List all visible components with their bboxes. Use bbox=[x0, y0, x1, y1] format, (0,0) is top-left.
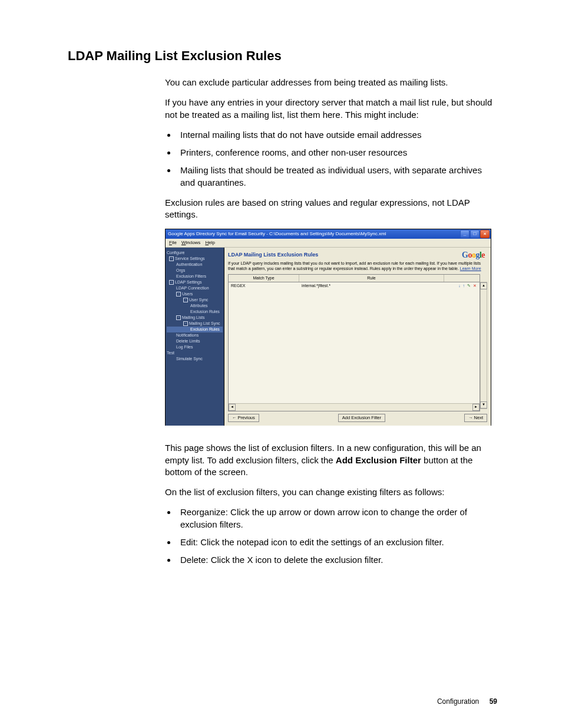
panel-title: LDAP Mailing Lists Exclusion Rules bbox=[228, 251, 487, 258]
paragraph: Exclusion rules are based on string valu… bbox=[165, 197, 497, 221]
tree-attributes[interactable]: Attributes bbox=[167, 303, 223, 309]
nav-tree[interactable]: Configure -Service Settings Authenticati… bbox=[166, 248, 224, 426]
bullet-list: Internal mailing lists that do not have … bbox=[177, 129, 497, 189]
menu-help[interactable]: Help bbox=[205, 240, 214, 246]
minimize-icon[interactable]: _ bbox=[460, 230, 470, 238]
list-item: Printers, conference rooms, and other no… bbox=[177, 147, 497, 159]
tree-ldap-connection[interactable]: LDAP Connection bbox=[167, 285, 223, 291]
paragraph: On the list of exclusion filters, you ca… bbox=[165, 486, 497, 498]
next-button[interactable]: → Next bbox=[464, 414, 487, 422]
table-row[interactable]: REGEX internal.*|fitest.* ↓ ↑ ✎ ✕ bbox=[229, 282, 480, 289]
vertical-scrollbar[interactable]: ▲ ▼ bbox=[480, 282, 487, 409]
panel-description: If your LDAP query includes mailing list… bbox=[228, 261, 487, 271]
filters-table: Match Type Rule REGEX internal.*|fitest.… bbox=[228, 274, 480, 411]
menu-file[interactable]: File bbox=[169, 240, 177, 246]
tree-exclusion-filters[interactable]: Exclusion Filters bbox=[167, 274, 223, 279]
panel-footer: ← Previous Add Exclusion Filter → Next bbox=[228, 411, 487, 422]
move-up-icon[interactable]: ↑ bbox=[463, 284, 466, 288]
scroll-right-icon[interactable]: ► bbox=[472, 404, 480, 411]
tree-test[interactable]: Test bbox=[167, 350, 223, 356]
list-item: Delete: Click the X icon to delete the e… bbox=[177, 554, 497, 566]
tree-simulate-sync[interactable]: Simulate Sync bbox=[167, 356, 223, 362]
edit-icon[interactable]: ✎ bbox=[467, 284, 471, 288]
paragraph: This page shows the list of exclusion fi… bbox=[165, 442, 497, 478]
tree-notifications[interactable]: Notifications bbox=[167, 332, 223, 338]
cell-match-type: REGEX bbox=[229, 282, 299, 289]
tree-ldap-settings[interactable]: -LDAP Settings bbox=[167, 279, 223, 285]
menu-windows[interactable]: Windows bbox=[181, 240, 200, 246]
tree-log-files[interactable]: Log Files bbox=[167, 344, 223, 350]
list-item: Mailing lists that should be treated as … bbox=[177, 164, 497, 189]
cell-rule: internal.*|fitest.* bbox=[299, 282, 444, 289]
paragraph: You can exclude particular addresses fro… bbox=[165, 77, 497, 88]
tree-exclusion-rules-users[interactable]: Exclusion Rules bbox=[167, 309, 223, 315]
move-down-icon[interactable]: ↓ bbox=[458, 284, 461, 288]
paragraph: If you have any entries in your director… bbox=[165, 97, 497, 121]
delete-icon[interactable]: ✕ bbox=[473, 284, 477, 288]
tree-authentication[interactable]: Authentication bbox=[167, 262, 223, 268]
bullet-list: Reorganize: Click the up arrow or down a… bbox=[177, 506, 497, 566]
col-rule[interactable]: Rule bbox=[299, 275, 444, 281]
tree-orgs[interactable]: Orgs bbox=[167, 268, 223, 274]
horizontal-scrollbar[interactable]: ◄ ► bbox=[229, 403, 480, 411]
tree-user-sync[interactable]: -User Sync bbox=[167, 297, 223, 303]
scroll-left-icon[interactable]: ◄ bbox=[229, 404, 236, 411]
scroll-down-icon[interactable]: ▼ bbox=[480, 401, 487, 409]
learn-more-link[interactable]: Learn More bbox=[460, 266, 481, 271]
menu-bar: File Windows Help bbox=[166, 239, 491, 248]
add-exclusion-filter-button[interactable]: Add Exclusion Filter bbox=[338, 414, 385, 422]
tree-mailing-lists[interactable]: -Mailing Lists bbox=[167, 315, 223, 321]
window-title: Google Apps Directory Sync for Email Sec… bbox=[168, 231, 459, 238]
tree-exclusion-rules-mailing[interactable]: Exclusion Rules bbox=[167, 327, 223, 332]
col-match-type[interactable]: Match Type bbox=[229, 275, 299, 281]
table-header: Match Type Rule bbox=[229, 275, 480, 282]
window-titlebar: Google Apps Directory Sync for Email Sec… bbox=[166, 229, 491, 239]
col-actions bbox=[444, 275, 480, 281]
app-screenshot: Google Apps Directory Sync for Email Sec… bbox=[165, 229, 491, 426]
tree-service-settings[interactable]: -Service Settings bbox=[167, 256, 223, 262]
tree-configure[interactable]: Configure bbox=[167, 250, 223, 256]
footer-label: Configuration bbox=[437, 697, 479, 706]
section-heading: LDAP Mailing List Exclusion Rules bbox=[68, 48, 497, 64]
tree-mailing-list-sync[interactable]: -Mailing List Sync bbox=[167, 321, 223, 327]
previous-button[interactable]: ← Previous bbox=[228, 414, 259, 422]
google-logo: Google bbox=[462, 250, 485, 261]
list-item: Edit: Click the notepad icon to edit the… bbox=[177, 536, 497, 548]
page-number: 59 bbox=[490, 697, 497, 706]
list-item: Internal mailing lists that do not have … bbox=[177, 129, 497, 141]
page-footer: Configuration 59 bbox=[437, 697, 497, 706]
scroll-up-icon[interactable]: ▲ bbox=[480, 282, 487, 289]
maximize-icon[interactable]: □ bbox=[470, 230, 480, 238]
list-item: Reorganize: Click the up arrow or down a… bbox=[177, 506, 497, 531]
cell-actions: ↓ ↑ ✎ ✕ bbox=[444, 282, 480, 289]
tree-delete-limits[interactable]: Delete Limits bbox=[167, 338, 223, 344]
close-icon[interactable]: × bbox=[480, 230, 490, 238]
main-panel: LDAP Mailing Lists Exclusion Rules Googl… bbox=[224, 248, 491, 426]
tree-users[interactable]: -Users bbox=[167, 291, 223, 297]
